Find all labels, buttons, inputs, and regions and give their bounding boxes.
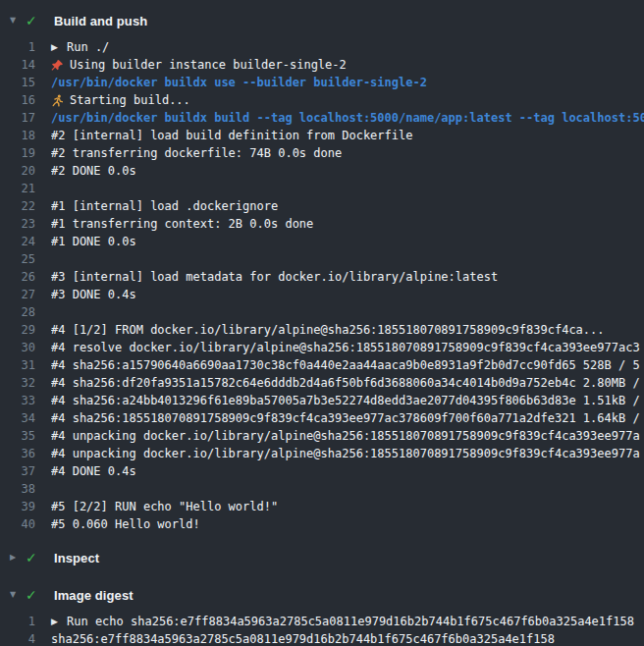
line-text: Run echo sha256:e7ff8834a5963a2785c5a081… [67,613,644,630]
line-text: #4 sha256:185518070891758909c9f839cf4ca3… [51,409,644,427]
log-line: 32 #4 sha256:df20fa9351a15782c64e6dddb2d… [0,374,644,392]
log-line: 20 #2 DONE 0.0s [0,162,644,180]
line-text: #1 DONE 0.0s [51,233,644,250]
line-number[interactable]: 29 [0,321,51,339]
line-text: sha256:e7ff8834a5963a2785c5a0811e979d16b… [51,630,644,646]
log-line: 4 sha256:e7ff8834a5963a2785c5a0811e979d1… [0,630,644,646]
line-text: #1 transferring context: 2B 0.0s done [51,215,644,233]
log-line: 37 #4 DONE 0.4s [0,462,644,480]
log-line: 25 [0,250,644,268]
line-number[interactable]: 32 [0,374,51,392]
step-header[interactable]: ▶ ✓ Inspect [0,547,644,568]
expand-run-icon[interactable]: ▶ [51,613,67,630]
line-number[interactable]: 31 [0,356,51,374]
line-number[interactable]: 14 [0,56,51,74]
log-line: 1 ▶ Run echo sha256:e7ff8834a5963a2785c5… [0,613,644,630]
log-line: 39 #5 [2/2] RUN echo "Hello world!" [0,498,644,515]
line-text [51,480,644,498]
log-line: 27 #3 DONE 0.4s [0,286,644,303]
line-number[interactable]: 1 [0,613,51,630]
line-text: Starting build... [70,91,644,109]
log-line: 31 #4 sha256:a15790640a6690aa1730c38cf0a… [0,356,644,374]
line-number[interactable]: 1 [0,38,51,56]
log-line: 33 #4 sha256:a24bb4013296f61e89ba57005a7… [0,392,644,409]
check-success-icon: ✓ [26,10,41,31]
line-number[interactable]: 27 [0,286,51,303]
line-number[interactable]: 30 [0,339,51,356]
line-number[interactable]: 18 [0,127,51,144]
line-number[interactable]: 23 [0,215,51,233]
line-text: #2 DONE 0.0s [51,162,644,180]
line-text: #5 0.060 Hello world! [51,515,644,533]
line-number[interactable]: 28 [0,303,51,321]
log-section: ▼ ✓ Image digest 1 ▶ Run echo sha256:e7f… [0,584,644,646]
log-line: 14 Using builder instance builder-single… [0,56,644,74]
line-number[interactable]: 36 [0,445,51,462]
chevron-right-icon[interactable]: ▶ [10,547,26,568]
line-text: #2 transferring dockerfile: 74B 0.0s don… [51,144,644,162]
line-text: #3 [internal] load metadata for docker.i… [51,268,644,286]
log-line: 29 #4 [1/2] FROM docker.io/library/alpin… [0,321,644,339]
line-number[interactable]: 16 [0,91,51,109]
log-lines: 1 ▶ Run ./ 14 Using builder instance bui… [0,38,644,533]
chevron-down-icon[interactable]: ▼ [10,584,26,606]
line-text: #4 unpacking docker.io/library/alpine@sh… [51,427,644,445]
line-text: #2 [internal] load build definition from… [51,127,644,144]
line-number[interactable]: 17 [0,109,51,127]
line-number[interactable]: 40 [0,515,51,533]
log-line: 18 #2 [internal] load build definition f… [0,127,644,144]
log-line: 40 #5 0.060 Hello world! [0,515,644,533]
line-number[interactable]: 22 [0,197,51,215]
line-text: /usr/bin/docker buildx build --tag local… [51,109,644,127]
expand-run-icon[interactable]: ▶ [51,38,67,56]
log-line: 16 Starting build... [0,91,644,109]
log-line: 15 /usr/bin/docker buildx use --builder … [0,74,644,91]
line-text: #4 sha256:a15790640a6690aa1730c38cf0a440… [51,356,644,374]
step-title: Image digest [54,588,134,603]
line-text [51,250,644,268]
line-number[interactable]: 20 [0,162,51,180]
log-line: 26 #3 [internal] load metadata for docke… [0,268,644,286]
log-line: 36 #4 unpacking docker.io/library/alpine… [0,445,644,462]
line-number[interactable]: 37 [0,462,51,480]
workflow-log-viewer: ▼ ✓ Build and push 1 ▶ Run ./ 14 Using b… [0,0,644,646]
line-text: #4 unpacking docker.io/library/alpine@sh… [51,445,644,462]
log-line: 22 #1 [internal] load .dockerignore [0,197,644,215]
line-text: #1 [internal] load .dockerignore [51,197,644,215]
line-number[interactable]: 34 [0,409,51,427]
log-line: 17 /usr/bin/docker buildx build --tag lo… [0,109,644,127]
log-line: 19 #2 transferring dockerfile: 74B 0.0s … [0,144,644,162]
step-header[interactable]: ▼ ✓ Image digest [0,584,644,606]
line-text: /usr/bin/docker buildx use --builder bui… [51,74,644,91]
log-line: 34 #4 sha256:185518070891758909c9f839cf4… [0,409,644,427]
step-title: Build and push [54,14,147,28]
line-number[interactable]: 21 [0,180,51,197]
line-text: Run ./ [67,38,644,56]
log-line: 38 [0,480,644,498]
step-header[interactable]: ▼ ✓ Build and push [0,10,644,31]
line-text: #3 DONE 0.4s [51,286,644,303]
line-number[interactable]: 15 [0,74,51,91]
runner-icon [51,91,70,109]
log-line: 28 [0,303,644,321]
line-number[interactable]: 26 [0,268,51,286]
line-number[interactable]: 4 [0,630,51,646]
log-line: 30 #4 resolve docker.io/library/alpine@s… [0,339,644,356]
line-text: #4 sha256:a24bb4013296f61e89ba57005a7b3e… [51,392,644,409]
line-number[interactable]: 19 [0,144,51,162]
check-success-icon: ✓ [26,584,41,606]
line-number[interactable]: 33 [0,392,51,409]
chevron-down-icon[interactable]: ▼ [10,10,26,31]
line-number[interactable]: 25 [0,250,51,268]
line-number[interactable]: 39 [0,498,51,515]
log-line: 23 #1 transferring context: 2B 0.0s done [0,215,644,233]
line-text: #5 [2/2] RUN echo "Hello world!" [51,498,644,515]
line-number[interactable]: 24 [0,233,51,250]
step-title: Inspect [54,551,99,565]
line-text: Using builder instance builder-single-2 [70,56,644,74]
line-number[interactable]: 35 [0,427,51,445]
log-line: 24 #1 DONE 0.0s [0,233,644,250]
log-line: 1 ▶ Run ./ [0,38,644,56]
log-lines: 1 ▶ Run echo sha256:e7ff8834a5963a2785c5… [0,613,644,646]
line-number[interactable]: 38 [0,480,51,498]
